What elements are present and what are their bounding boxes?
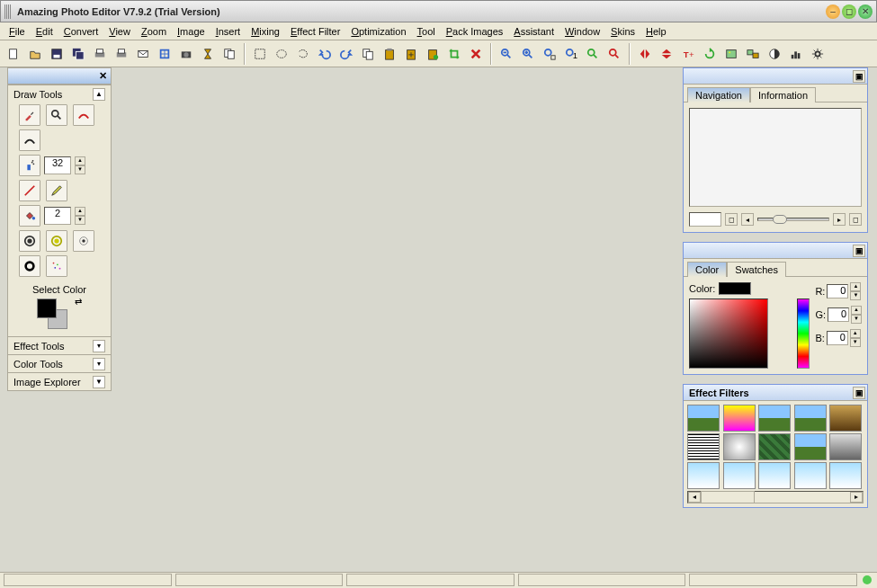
menu-image[interactable]: Image: [172, 24, 210, 39]
flip-h-button[interactable]: [635, 44, 655, 64]
zoom-out-button[interactable]: [497, 44, 516, 64]
scroll-thumb[interactable]: [701, 491, 755, 503]
menu-skins[interactable]: Skins: [605, 24, 640, 39]
zoom-page-button[interactable]: [604, 44, 624, 64]
b-spinner[interactable]: ▲▼: [850, 329, 861, 347]
tab-navigation[interactable]: Navigation: [687, 87, 750, 102]
zoom-in-small-icon[interactable]: ▸: [833, 213, 846, 226]
print-button[interactable]: [112, 44, 131, 64]
zoom-reset-icon[interactable]: ◻: [725, 213, 738, 226]
crop-button[interactable]: [444, 44, 464, 64]
expand-icon[interactable]: ▾: [93, 340, 105, 352]
zoom-out-small-icon[interactable]: ◂: [741, 213, 754, 226]
navigation-preview[interactable]: [689, 108, 862, 207]
tab-color[interactable]: Color: [687, 262, 727, 277]
b-input[interactable]: 0: [827, 331, 848, 345]
effect-thumb[interactable]: [723, 462, 756, 489]
circle-fill-dark-tool[interactable]: [19, 230, 40, 252]
settings-button[interactable]: [808, 44, 828, 64]
menu-file[interactable]: File: [4, 24, 31, 39]
color-swatch[interactable]: ⇄: [37, 298, 82, 331]
zoom-fit-button[interactable]: [540, 44, 559, 64]
print-all-button[interactable]: [90, 44, 110, 64]
expand-icon[interactable]: ▾: [93, 358, 105, 370]
image-explorer-section-header[interactable]: Image Explorer ▼: [8, 372, 111, 390]
redo-button[interactable]: [336, 44, 356, 64]
select-ellipse-button[interactable]: [272, 44, 291, 64]
color-tools-section-header[interactable]: Color Tools ▾: [8, 354, 111, 372]
email-button[interactable]: [133, 44, 153, 64]
save-all-button[interactable]: [68, 44, 88, 64]
menu-help[interactable]: Help: [640, 24, 672, 39]
menu-pack-images[interactable]: Pack Images: [441, 24, 509, 39]
menu-effect-filter[interactable]: Effect Filter: [285, 24, 345, 39]
g-input[interactable]: 0: [828, 307, 849, 322]
brush-red-tool[interactable]: [73, 104, 94, 126]
panel-collapse-icon[interactable]: ▣: [853, 245, 865, 257]
select-rect-button[interactable]: [250, 44, 270, 64]
scroll-right-icon[interactable]: ▸: [850, 492, 863, 503]
circle-fill-yellow-tool[interactable]: [46, 230, 67, 252]
effect-thumb[interactable]: [829, 462, 862, 489]
levels-button[interactable]: [786, 44, 806, 64]
image-info-button[interactable]: [721, 44, 741, 64]
r-input[interactable]: 0: [827, 284, 848, 298]
effect-thumb[interactable]: [794, 462, 827, 489]
spray-size-input[interactable]: 32: [44, 156, 71, 174]
effect-thumb[interactable]: [758, 462, 791, 489]
effect-thumb[interactable]: [758, 433, 791, 460]
contrast-button[interactable]: [765, 44, 784, 64]
current-color-swatch[interactable]: [719, 282, 751, 295]
paste-button[interactable]: [380, 44, 399, 64]
effect-thumb[interactable]: [758, 405, 791, 432]
paste-new-button[interactable]: [423, 44, 443, 64]
menu-edit[interactable]: Edit: [31, 24, 58, 39]
menu-tool[interactable]: Tool: [412, 24, 441, 39]
menu-zoom[interactable]: Zoom: [136, 24, 172, 39]
magnifier-tool[interactable]: [46, 104, 67, 126]
effect-thumb[interactable]: [687, 462, 720, 489]
spray-size-spinner[interactable]: ▲▼: [75, 156, 85, 174]
fill-tool[interactable]: [19, 205, 40, 227]
brush-black-tool[interactable]: [19, 129, 40, 151]
menu-mixing[interactable]: Mixing: [246, 24, 285, 39]
undo-button[interactable]: [315, 44, 335, 64]
effect-thumb[interactable]: [829, 433, 862, 460]
effect-thumb[interactable]: [794, 405, 827, 432]
copy-button[interactable]: [358, 44, 378, 64]
spray-tool[interactable]: [19, 155, 40, 176]
hourglass-button[interactable]: [198, 44, 218, 64]
image-gallery-button[interactable]: [743, 44, 763, 64]
menu-convert[interactable]: Convert: [58, 24, 104, 39]
effect-scrollbar[interactable]: ◂ ▸: [687, 491, 864, 503]
scroll-left-icon[interactable]: ◂: [688, 492, 701, 503]
paste-into-button[interactable]: [401, 44, 421, 64]
circle-dot-tool[interactable]: [73, 230, 94, 252]
menu-view[interactable]: View: [103, 24, 136, 39]
effect-tools-section-header[interactable]: Effect Tools ▾: [8, 336, 111, 354]
foreground-color-swatch[interactable]: [37, 298, 57, 318]
panel-collapse-icon[interactable]: ▣: [853, 387, 865, 399]
close-button[interactable]: ✕: [858, 4, 873, 19]
new-file-button[interactable]: [4, 44, 23, 64]
batch-button[interactable]: [219, 44, 239, 64]
fill-tolerance-spinner[interactable]: ▲▼: [75, 207, 85, 225]
draw-tools-section-header[interactable]: Draw Tools ▲: [8, 85, 111, 102]
zoom-slider[interactable]: [757, 218, 829, 221]
pencil-tool[interactable]: [46, 180, 67, 201]
flip-v-button[interactable]: [657, 44, 676, 64]
tools-palette-header[interactable]: ✕: [8, 68, 111, 85]
expand-down-icon[interactable]: ▼: [93, 376, 105, 388]
zoom-sel-button[interactable]: [583, 44, 603, 64]
effect-thumb[interactable]: [723, 405, 756, 432]
tab-swatches[interactable]: Swatches: [727, 262, 786, 277]
camera-button[interactable]: [176, 44, 196, 64]
menu-insert[interactable]: Insert: [210, 24, 246, 39]
tab-information[interactable]: Information: [750, 87, 816, 102]
palette-close-icon[interactable]: ✕: [96, 70, 109, 83]
hue-slider[interactable]: [797, 298, 810, 369]
effect-thumb[interactable]: [687, 405, 720, 432]
effect-thumb[interactable]: [794, 433, 827, 460]
fill-tolerance-input[interactable]: 2: [44, 207, 71, 225]
delete-button[interactable]: [466, 44, 486, 64]
